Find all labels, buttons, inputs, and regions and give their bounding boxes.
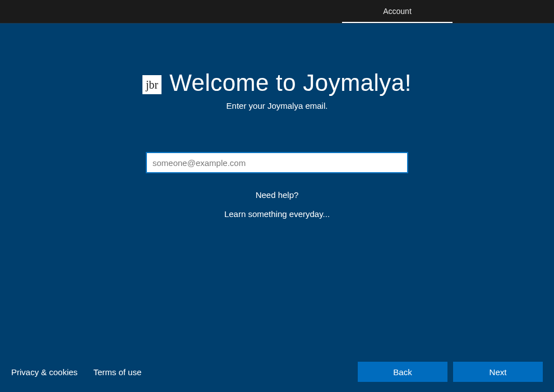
next-button[interactable]: Next: [453, 362, 543, 382]
privacy-cookies-link[interactable]: Privacy & cookies: [11, 367, 77, 377]
footer-buttons: Back Next: [358, 362, 543, 382]
main-content: jbr Welcome to Joymalya! Enter your Joym…: [0, 24, 554, 392]
email-field[interactable]: [146, 152, 408, 173]
footer-links: Privacy & cookies Terms of use: [11, 367, 141, 377]
footer: Privacy & cookies Terms of use Back Next: [0, 362, 554, 382]
back-button[interactable]: Back: [358, 362, 447, 382]
need-help-link[interactable]: Need help?: [256, 190, 299, 200]
tagline: Learn something everyday...: [224, 209, 330, 219]
title-row: jbr Welcome to Joymalya!: [142, 70, 412, 96]
next-button-label: Next: [490, 367, 507, 377]
tab-account[interactable]: Account: [342, 0, 453, 23]
top-bar: Account: [0, 0, 554, 23]
brand-logo-text: jbr: [146, 76, 158, 93]
tab-account-label: Account: [383, 7, 412, 16]
page-title: Welcome to Joymalya!: [169, 70, 412, 96]
center-block: jbr Welcome to Joymalya! Enter your Joym…: [0, 70, 554, 219]
back-button-label: Back: [393, 367, 412, 377]
brand-logo: jbr: [142, 75, 161, 94]
subtitle: Enter your Joymalya email.: [227, 101, 328, 110]
terms-of-use-link[interactable]: Terms of use: [93, 367, 141, 377]
